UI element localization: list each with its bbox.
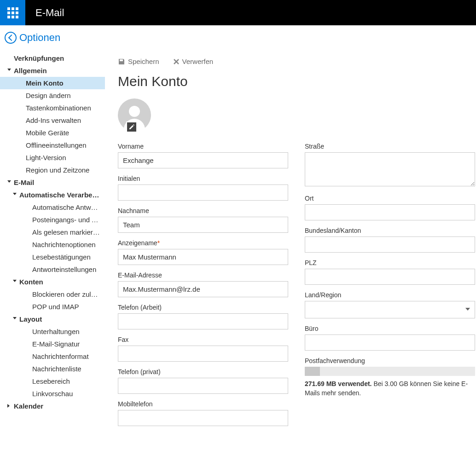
- options-header: Optionen: [0, 25, 476, 52]
- sidebar: Verknüpfungen Allgemein Mein Konto Desig…: [0, 52, 105, 449]
- sidebar-item-blockieren[interactable]: Blockieren oder zulassen: [0, 288, 105, 300]
- app-launcher-button[interactable]: [0, 0, 25, 25]
- email-input[interactable]: [118, 281, 288, 297]
- content: Speichern Verwerfen Mein Konto Vorname I…: [105, 52, 476, 449]
- mobil-input[interactable]: [118, 410, 288, 426]
- edit-avatar-button[interactable]: [126, 121, 137, 133]
- chevron-right-icon: [7, 404, 10, 408]
- strasse-label: Straße: [305, 143, 475, 150]
- sidebar-item-mobile[interactable]: Mobile Geräte: [0, 127, 105, 139]
- usage-label: Postfachverwendung: [305, 357, 475, 364]
- waffle-icon: [7, 7, 18, 18]
- column-right: Straße Ort Bundesland/Kanton PLZ Land/Re…: [305, 143, 475, 433]
- sidebar-konten[interactable]: Konten: [0, 276, 105, 288]
- page-title: Mein Konto: [118, 74, 476, 89]
- ort-input[interactable]: [305, 204, 475, 220]
- sidebar-item-linkvorschau[interactable]: Linkvorschau: [0, 387, 105, 400]
- column-left: Vorname Initialen Nachname Anzeigename* …: [118, 143, 288, 433]
- sidebar-item-design[interactable]: Design ändern: [0, 89, 105, 102]
- sidebar-layout[interactable]: Layout: [0, 313, 105, 325]
- land-select[interactable]: [305, 301, 475, 318]
- vorname-input[interactable]: [118, 152, 288, 168]
- initialen-label: Initialen: [118, 175, 288, 182]
- sidebar-auto[interactable]: Automatische Verarbeitung: [0, 189, 105, 201]
- anzeigename-label: Anzeigename*: [118, 239, 288, 247]
- usage-text: 271.69 MB verwendet. Bei 3.00 GB können …: [305, 380, 475, 398]
- sidebar-item-posteingang[interactable]: Posteingangs- und Aufräu: [0, 213, 105, 226]
- vorname-label: Vorname: [118, 143, 288, 150]
- avatar: [118, 98, 151, 132]
- nachname-input[interactable]: [118, 217, 288, 233]
- nachname-label: Nachname: [118, 207, 288, 214]
- tel-arbeit-label: Telefon (Arbeit): [118, 304, 288, 311]
- tel-arbeit-input[interactable]: [118, 313, 288, 329]
- sidebar-item-unterhaltungen[interactable]: Unterhaltungen: [0, 325, 105, 338]
- plz-input[interactable]: [305, 269, 475, 285]
- sidebar-item-region[interactable]: Region und Zeitzone: [0, 164, 105, 176]
- save-icon: [118, 58, 125, 65]
- sidebar-general[interactable]: Allgemein: [0, 64, 105, 77]
- bundesland-label: Bundesland/Kanton: [305, 227, 475, 234]
- usage-fill: [305, 367, 320, 376]
- discard-button[interactable]: Verwerfen: [173, 58, 214, 65]
- bundesland-input[interactable]: [305, 237, 475, 253]
- strasse-input[interactable]: [305, 152, 475, 186]
- sidebar-item-gelesen[interactable]: Als gelesen markieren: [0, 226, 105, 238]
- sidebar-item-auto-antworten[interactable]: Automatische Antworten: [0, 201, 105, 213]
- fax-label: Fax: [118, 336, 288, 343]
- app-title: E-Mail: [35, 7, 64, 19]
- pencil-icon: [128, 124, 135, 130]
- chevron-down-icon: [13, 280, 17, 282]
- tel-privat-input[interactable]: [118, 378, 288, 394]
- sidebar-item-tasten[interactable]: Tastenkombinationen: [0, 102, 105, 114]
- sidebar-item-signatur[interactable]: E-Mail-Signatur: [0, 338, 105, 350]
- land-label: Land/Region: [305, 291, 475, 299]
- initialen-input[interactable]: [118, 185, 288, 201]
- back-button[interactable]: [5, 32, 17, 44]
- sidebar-item-addins[interactable]: Add-Ins verwalten: [0, 114, 105, 127]
- ort-label: Ort: [305, 195, 475, 202]
- sidebar-calendar[interactable]: Kalender: [0, 400, 105, 412]
- chevron-down-icon: [465, 308, 470, 311]
- sidebar-item-pop-imap[interactable]: POP und IMAP: [0, 300, 105, 313]
- sidebar-item-nachrichtenliste[interactable]: Nachrichtenliste: [0, 363, 105, 375]
- fax-input[interactable]: [118, 346, 288, 362]
- sidebar-email[interactable]: E-Mail: [0, 176, 105, 189]
- arrow-left-icon: [8, 35, 14, 41]
- chevron-down-icon: [13, 317, 17, 319]
- sidebar-item-lesebest[interactable]: Lesebestätigungen: [0, 251, 105, 263]
- toolbar: Speichern Verwerfen: [118, 52, 476, 65]
- usage-bar: [305, 367, 475, 376]
- plz-label: PLZ: [305, 259, 475, 266]
- top-bar: E-Mail: [0, 0, 476, 25]
- anzeigename-input[interactable]: [118, 249, 288, 265]
- tel-privat-label: Telefon (privat): [118, 368, 288, 375]
- save-button[interactable]: Speichern: [118, 58, 159, 65]
- sidebar-item-nachrichtenopt[interactable]: Nachrichtenoptionen: [0, 238, 105, 251]
- chevron-down-icon: [13, 193, 17, 195]
- email-label: E-Mail-Adresse: [118, 271, 288, 279]
- sidebar-item-lesebereich[interactable]: Lesebereich: [0, 375, 105, 387]
- buero-label: Büro: [305, 325, 475, 332]
- sidebar-item-light[interactable]: Light-Version: [0, 151, 105, 164]
- sidebar-item-mein-konto[interactable]: Mein Konto: [0, 77, 105, 89]
- chevron-down-icon: [7, 180, 11, 183]
- mobil-label: Mobiltelefon: [118, 400, 288, 408]
- close-icon: [173, 58, 180, 65]
- buero-input[interactable]: [305, 335, 475, 351]
- chevron-down-icon: [7, 69, 11, 71]
- sidebar-shortcuts[interactable]: Verknüpfungen: [0, 52, 105, 64]
- options-label[interactable]: Optionen: [19, 32, 60, 44]
- sidebar-item-antwortein[interactable]: Antworteinstellungen: [0, 263, 105, 276]
- sidebar-item-nachrichtenformat[interactable]: Nachrichtenformat: [0, 350, 105, 363]
- sidebar-item-offline[interactable]: Offlineeinstellungen: [0, 139, 105, 151]
